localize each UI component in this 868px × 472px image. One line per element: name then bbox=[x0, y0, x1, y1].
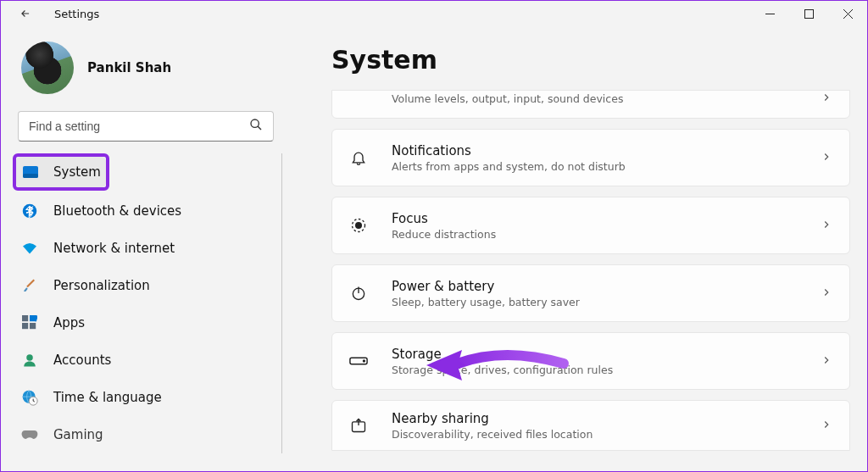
svg-rect-12 bbox=[30, 323, 36, 329]
focus-icon bbox=[349, 217, 368, 234]
apps-icon bbox=[21, 315, 38, 330]
settings-card-focus[interactable]: Focus Reduce distractions bbox=[331, 197, 850, 254]
search-input[interactable] bbox=[29, 119, 249, 133]
sidebar-item-time[interactable]: Time & language bbox=[14, 379, 275, 416]
card-label: Nearby sharing bbox=[392, 411, 797, 426]
wifi-icon bbox=[21, 242, 38, 255]
svg-point-4 bbox=[251, 119, 259, 127]
chevron-right-icon bbox=[821, 353, 832, 369]
search-icon bbox=[249, 118, 263, 135]
settings-card-list: Volume levels, output, input, sound devi… bbox=[331, 90, 850, 451]
window-title: Settings bbox=[54, 8, 99, 20]
settings-card-sound[interactable]: Volume levels, output, input, sound devi… bbox=[331, 90, 850, 119]
card-label: Notifications bbox=[392, 143, 797, 158]
share-icon bbox=[349, 417, 368, 434]
close-button[interactable] bbox=[828, 1, 867, 26]
sidebar-item-label: Gaming bbox=[53, 427, 103, 442]
card-description: Discoverability, received files location bbox=[392, 428, 797, 441]
svg-rect-9 bbox=[22, 315, 28, 321]
card-description: Storage space, drives, configuration rul… bbox=[392, 364, 797, 376]
svg-point-18 bbox=[356, 223, 362, 229]
svg-point-22 bbox=[364, 360, 365, 362]
username: Pankil Shah bbox=[87, 60, 171, 75]
card-description: Alerts from apps and system, do not dist… bbox=[392, 160, 797, 173]
chevron-right-icon bbox=[821, 286, 832, 302]
back-button[interactable] bbox=[18, 6, 33, 21]
settings-card-storage[interactable]: Storage Storage space, drives, configura… bbox=[331, 332, 850, 390]
nav: System Bluetooth & devices Network & int… bbox=[14, 153, 282, 453]
power-icon bbox=[349, 285, 368, 302]
svg-point-14 bbox=[26, 354, 33, 361]
sidebar-item-apps[interactable]: Apps bbox=[14, 304, 275, 342]
sidebar-item-label: Apps bbox=[53, 315, 85, 330]
sidebar-item-gaming[interactable]: Gaming bbox=[14, 416, 275, 453]
card-description: Reduce distractions bbox=[392, 228, 797, 241]
globe-clock-icon bbox=[21, 389, 38, 406]
bell-icon bbox=[349, 149, 368, 166]
maximize-button[interactable] bbox=[789, 1, 828, 26]
sidebar-item-label: Time & language bbox=[53, 390, 162, 405]
svg-rect-11 bbox=[22, 323, 28, 329]
titlebar: Settings bbox=[1, 1, 867, 26]
card-description: Volume levels, output, input, sound devi… bbox=[392, 92, 797, 105]
card-label: Power & battery bbox=[392, 279, 797, 294]
annotation-highlight: System bbox=[13, 153, 109, 191]
gamepad-icon bbox=[21, 429, 38, 441]
minimize-button[interactable] bbox=[750, 1, 789, 26]
sidebar-item-label: System bbox=[53, 164, 101, 180]
storage-icon bbox=[349, 355, 368, 367]
sidebar-item-label: Network & internet bbox=[53, 241, 175, 256]
svg-line-5 bbox=[258, 126, 261, 130]
main-panel: System Volume levels, output, input, sou… bbox=[291, 26, 867, 471]
svg-rect-1 bbox=[804, 9, 813, 18]
profile-block[interactable]: Pankil Shah bbox=[21, 42, 282, 94]
person-icon bbox=[21, 353, 38, 368]
svg-rect-7 bbox=[23, 174, 38, 178]
chevron-right-icon bbox=[821, 418, 832, 434]
sidebar-item-label: Accounts bbox=[53, 353, 111, 368]
settings-card-notifications[interactable]: Notifications Alerts from apps and syste… bbox=[331, 129, 850, 186]
sidebar-item-accounts[interactable]: Accounts bbox=[14, 342, 275, 379]
card-label: Focus bbox=[392, 211, 797, 226]
sidebar-item-label: Personalization bbox=[53, 278, 150, 293]
bluetooth-icon bbox=[21, 203, 38, 219]
card-label: Storage bbox=[392, 347, 797, 362]
paintbrush-icon bbox=[21, 278, 38, 293]
sidebar-item-bluetooth[interactable]: Bluetooth & devices bbox=[14, 192, 275, 230]
sidebar-item-network[interactable]: Network & internet bbox=[14, 230, 275, 267]
chevron-right-icon bbox=[821, 150, 832, 166]
settings-card-power[interactable]: Power & battery Sleep, battery usage, ba… bbox=[331, 264, 850, 322]
chevron-right-icon bbox=[821, 218, 832, 234]
search-box[interactable] bbox=[18, 111, 274, 142]
system-icon bbox=[23, 166, 38, 178]
window-controls bbox=[750, 1, 867, 26]
sidebar-item-system[interactable]: System bbox=[16, 157, 106, 187]
avatar bbox=[21, 42, 74, 94]
settings-card-nearby-sharing[interactable]: Nearby sharing Discoverability, received… bbox=[331, 400, 850, 451]
sidebar-item-label: Bluetooth & devices bbox=[53, 203, 181, 219]
card-description: Sleep, battery usage, battery saver bbox=[392, 296, 797, 308]
sidebar-item-personalization[interactable]: Personalization bbox=[14, 267, 275, 304]
chevron-right-icon bbox=[821, 91, 832, 107]
sidebar: Pankil Shah System Bluetoo bbox=[1, 26, 291, 471]
page-title: System bbox=[331, 45, 850, 75]
